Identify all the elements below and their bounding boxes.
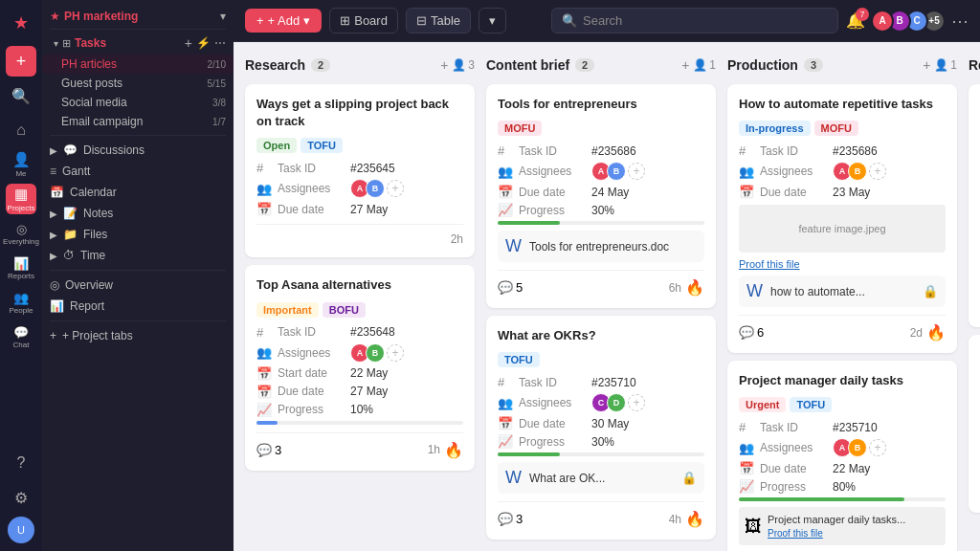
fire-icon-3: 🔥 bbox=[685, 278, 704, 297]
production-label: Production bbox=[727, 57, 798, 73]
card-how-to-better[interactable]: How to better h...deadlines as a... MOFU… bbox=[969, 84, 980, 327]
add-assignee-icon-5[interactable]: + bbox=[869, 163, 886, 180]
settings-icon[interactable]: ⚙ bbox=[6, 482, 36, 513]
sidebar-item-calendar[interactable]: 📅 Calendar bbox=[42, 182, 234, 203]
sidebar-item-time[interactable]: ▶ ⏱ Time bbox=[42, 245, 234, 266]
comment-count-5[interactable]: 💬 6 bbox=[739, 325, 764, 340]
card-footer-right-4: 4h 🔥 bbox=[669, 510, 704, 528]
everything-nav-icon[interactable]: ◎ Everything bbox=[6, 218, 36, 249]
content-brief-add-icon[interactable]: + bbox=[681, 57, 689, 73]
logo-icon[interactable]: ★ bbox=[6, 8, 36, 38]
project-chevron-icon[interactable]: ▾ bbox=[220, 10, 226, 23]
comment-count[interactable]: 💬 3 bbox=[256, 443, 281, 457]
chevron-tasks-icon[interactable]: ▾ bbox=[54, 38, 58, 49]
projects-nav-icon[interactable]: ▦ Projects bbox=[6, 184, 36, 214]
content-brief-actions: + 👤1 bbox=[681, 57, 716, 73]
add-assignee-icon-6[interactable]: + bbox=[869, 439, 886, 456]
card-start-date-row: 📅 Start date 22 May bbox=[256, 366, 463, 381]
due-date-value-2: 27 May bbox=[350, 385, 388, 398]
sidebar-item-report[interactable]: 📊 Report bbox=[42, 296, 234, 317]
production-add-icon[interactable]: + bbox=[923, 57, 930, 73]
sidebar-item-guest-posts[interactable]: Guest posts 5/15 bbox=[42, 74, 234, 93]
sidebar-item-overview[interactable]: ◎ Overview bbox=[42, 275, 234, 296]
sidebar-item-notes[interactable]: ▶ 📝 Notes bbox=[42, 203, 234, 224]
home-nav-icon[interactable]: ⌂ bbox=[6, 115, 36, 145]
me-nav-icon[interactable]: 👤 Me bbox=[6, 149, 36, 180]
card-due-date-row-5: 📅 Due date 23 May bbox=[739, 185, 946, 199]
chat-nav-icon[interactable]: 💬 Chat bbox=[6, 321, 36, 352]
assignees-icon: 👥 bbox=[256, 182, 272, 196]
add-button[interactable]: + bbox=[6, 46, 36, 77]
sidebar-item-discussions[interactable]: ▶ 💬 Discussions bbox=[42, 140, 234, 161]
reports-nav-icon[interactable]: 📊 Reports bbox=[6, 253, 36, 283]
filter-task-icon[interactable]: ⚡ bbox=[196, 36, 211, 50]
help-icon[interactable]: ? bbox=[6, 448, 36, 478]
column-research: Research 2 + 👤3 Ways get a slipping proj… bbox=[245, 54, 475, 540]
add-button[interactable]: + + Add ▾ bbox=[245, 9, 322, 33]
files-icon: 📁 bbox=[63, 228, 78, 241]
add-assignee-icon[interactable]: + bbox=[387, 180, 404, 197]
add-project-tabs-button[interactable]: + + Project tabs bbox=[42, 325, 234, 346]
card-footer-4: 💬 3 4h 🔥 bbox=[498, 501, 704, 528]
files-chevron-icon: ▶ bbox=[50, 230, 57, 240]
card-progress-row: 📈 Progress 10% bbox=[256, 403, 463, 417]
time-icon: ⏱ bbox=[63, 249, 75, 262]
proof-link[interactable]: Proof this file bbox=[739, 258, 946, 270]
comment-count-3[interactable]: 💬 5 bbox=[498, 280, 523, 295]
sidebar-item-files[interactable]: ▶ 📁 Files bbox=[42, 224, 234, 245]
card-what-are-okrs[interactable]: What are OKRs? TOFU # Task ID #235710 👥 … bbox=[486, 316, 716, 540]
task-id-label-5: Task ID bbox=[760, 144, 827, 158]
card-project-manager[interactable]: Project manager daily tasks Urgent TOFU … bbox=[727, 361, 957, 551]
pm-attachment-name: Project manager daily tasks... bbox=[768, 514, 905, 525]
people-nav-icon[interactable]: 👥 People bbox=[6, 287, 36, 318]
notification-button[interactable]: 🔔 7 bbox=[846, 11, 865, 30]
card-progress-row-4: 📈 Progress 30% bbox=[498, 434, 704, 449]
card-footer: 2h bbox=[256, 224, 463, 246]
progress-bar bbox=[256, 421, 278, 425]
progress-label-6: Progress bbox=[760, 480, 827, 494]
sidebar-project-header[interactable]: ★ PH marketing ▾ bbox=[42, 8, 234, 25]
board-view-button[interactable]: ⊞ Board bbox=[329, 8, 398, 33]
sidebar-item-email-campaign[interactable]: Email campaign 1/7 bbox=[42, 112, 234, 131]
feature-image: feature image.jpeg bbox=[739, 205, 946, 253]
sidebar-item-social-media[interactable]: Social media 3/8 bbox=[42, 93, 234, 112]
search-placeholder: Search bbox=[583, 13, 622, 28]
more-views-button[interactable]: ▾ bbox=[479, 8, 506, 33]
user-avatar[interactable]: U bbox=[8, 517, 34, 543]
sidebar-item-ph-articles[interactable]: PH articles 2/10 bbox=[42, 55, 234, 74]
add-task-icon[interactable]: + bbox=[185, 35, 192, 51]
table-view-button[interactable]: ⊟ Table bbox=[406, 8, 471, 33]
pm-thumbnail-icon: 🖼 bbox=[745, 517, 762, 537]
proof-link-2[interactable]: Proof this file bbox=[768, 528, 823, 539]
card-automate-tasks[interactable]: How to automate repetitive tasks In-prog… bbox=[727, 84, 957, 353]
calendar-icon-5: 📅 bbox=[739, 185, 754, 199]
assignees-label-6: Assignees bbox=[760, 441, 827, 454]
progress-label-4: Progress bbox=[519, 435, 586, 449]
member-avatars[interactable]: A B C +5 bbox=[871, 10, 946, 33]
search-icon: 🔍 bbox=[562, 13, 577, 28]
comment-count-4[interactable]: 💬 3 bbox=[498, 512, 523, 526]
card-ways-slipping[interactable]: Ways get a slipping project back on trac… bbox=[245, 84, 475, 257]
comment-number: 3 bbox=[275, 443, 281, 457]
card-making-mistakes[interactable]: Making mistak... TOFU # Task ID 👥 Assign… bbox=[969, 335, 980, 512]
research-add-icon[interactable]: + bbox=[440, 57, 448, 73]
search-nav-icon[interactable]: 🔍 bbox=[6, 80, 36, 111]
add-assignee-icon-4[interactable]: + bbox=[628, 394, 645, 411]
top-bar-actions: 🔔 7 A B C +5 ⋯ bbox=[846, 10, 969, 33]
comment-number-3: 5 bbox=[516, 280, 523, 295]
progress-icon: 📈 bbox=[256, 403, 272, 417]
hashtag-icon-2: # bbox=[256, 325, 272, 340]
card-footer-5: 💬 6 2d 🔥 bbox=[739, 315, 946, 342]
ph-articles-label: PH articles bbox=[61, 57, 117, 71]
more-options-button[interactable]: ⋯ bbox=[951, 11, 969, 32]
card-task-id-row-2: # Task ID #235648 bbox=[256, 325, 463, 340]
card-tools-entrepreneurs[interactable]: Tools for entrepreneurs MOFU # Task ID #… bbox=[486, 84, 716, 308]
research-count: 2 bbox=[311, 58, 330, 72]
more-task-icon[interactable]: ⋯ bbox=[214, 36, 226, 50]
sidebar-item-gantt[interactable]: ≡ Gantt bbox=[42, 161, 234, 182]
card-top-asana[interactable]: Top Asana alternatives Important BOFU # … bbox=[245, 265, 475, 470]
search-bar[interactable]: 🔍 Search bbox=[551, 8, 838, 33]
add-assignee-icon-3[interactable]: + bbox=[628, 163, 645, 180]
card-tools-title: Tools for entrepreneurs bbox=[498, 96, 704, 113]
add-assignee-icon-2[interactable]: + bbox=[387, 344, 404, 362]
